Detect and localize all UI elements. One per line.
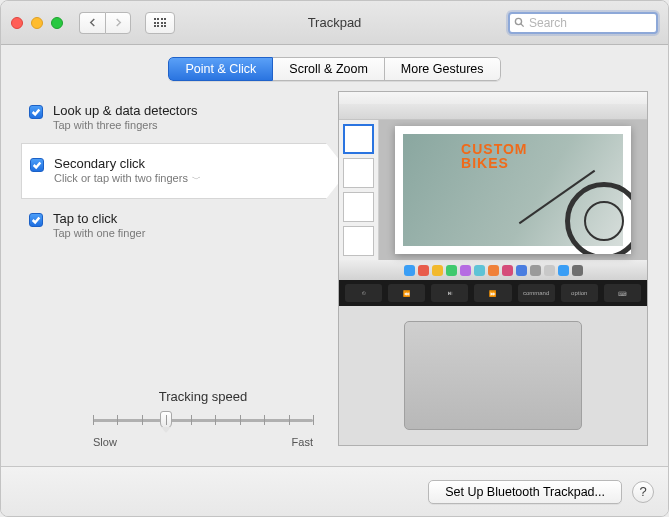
window-controls bbox=[11, 17, 63, 29]
preview-thumbnails bbox=[339, 120, 379, 260]
grid-icon bbox=[154, 18, 167, 27]
search-placeholder: Search bbox=[529, 16, 567, 30]
nav-buttons bbox=[79, 12, 131, 34]
chevron-down-icon: ﹀ bbox=[190, 174, 202, 184]
gesture-preview: CUSTOMBIKES ⎋ ⏪ ⏯ ⏩ bbox=[338, 91, 648, 446]
option-desc: Tap with three fingers bbox=[53, 119, 198, 131]
close-icon[interactable] bbox=[11, 17, 23, 29]
thumbnail-3 bbox=[343, 192, 374, 222]
slider-min-label: Slow bbox=[93, 436, 117, 448]
option-title: Look up & data detectors bbox=[53, 103, 198, 118]
search-icon bbox=[514, 17, 525, 28]
option-desc-dropdown[interactable]: Click or tap with two fingers ﹀ bbox=[54, 172, 201, 186]
bicycle-icon bbox=[565, 182, 631, 254]
tracking-speed-label: Tracking speed bbox=[93, 389, 313, 404]
checkbox-tap-to-click[interactable] bbox=[29, 213, 43, 227]
thumbnail-1 bbox=[343, 124, 374, 154]
preview-overlay-text: CUSTOMBIKES bbox=[461, 142, 527, 170]
preview-trackpad bbox=[404, 321, 583, 429]
tracking-speed-slider[interactable] bbox=[93, 410, 313, 430]
back-button[interactable] bbox=[79, 12, 105, 34]
footer: Set Up Bluetooth Trackpad... ? bbox=[1, 466, 668, 516]
preview-menubar bbox=[339, 92, 647, 104]
tab-point-and-click[interactable]: Point & Click bbox=[168, 57, 273, 81]
preview-toolbar bbox=[339, 104, 647, 120]
svg-line-1 bbox=[521, 24, 524, 27]
option-secondary-click[interactable]: Secondary click Click or tap with two fi… bbox=[21, 143, 326, 199]
tab-bar: Point & Click Scroll & Zoom More Gesture… bbox=[1, 45, 668, 91]
thumbnail-2 bbox=[343, 158, 374, 188]
zoom-icon[interactable] bbox=[51, 17, 63, 29]
forward-button[interactable] bbox=[105, 12, 131, 34]
thumbnail-4 bbox=[343, 226, 374, 256]
titlebar: Trackpad Search bbox=[1, 1, 668, 45]
option-tap-to-click[interactable]: Tap to click Tap with one finger bbox=[21, 199, 326, 251]
slider-max-label: Fast bbox=[292, 436, 313, 448]
setup-bluetooth-trackpad-button[interactable]: Set Up Bluetooth Trackpad... bbox=[428, 480, 622, 504]
preview-app: CUSTOMBIKES bbox=[339, 104, 647, 280]
minimize-icon[interactable] bbox=[31, 17, 43, 29]
checkbox-secondary-click[interactable] bbox=[30, 158, 44, 172]
preview-laptop-body bbox=[339, 306, 647, 445]
show-all-button[interactable] bbox=[145, 12, 175, 34]
tab-more-gestures[interactable]: More Gestures bbox=[385, 57, 501, 81]
option-title: Secondary click bbox=[54, 156, 201, 171]
search-input[interactable]: Search bbox=[508, 12, 658, 34]
checkbox-look-up[interactable] bbox=[29, 105, 43, 119]
help-button[interactable]: ? bbox=[632, 481, 654, 503]
svg-point-0 bbox=[515, 18, 521, 24]
option-desc: Tap with one finger bbox=[53, 227, 145, 239]
preview-page: CUSTOMBIKES bbox=[395, 126, 631, 255]
option-title: Tap to click bbox=[53, 211, 145, 226]
slider-endpoints: Slow Fast bbox=[93, 436, 313, 448]
tab-scroll-and-zoom[interactable]: Scroll & Zoom bbox=[273, 57, 385, 81]
preview-dock bbox=[339, 260, 647, 280]
preview-canvas: CUSTOMBIKES bbox=[379, 120, 647, 260]
option-look-up[interactable]: Look up & data detectors Tap with three … bbox=[21, 91, 326, 143]
tracking-speed-control: Tracking speed Slow Fast bbox=[93, 389, 313, 448]
preview-touchbar: ⎋ ⏪ ⏯ ⏩ command option ⌨ bbox=[339, 280, 647, 306]
